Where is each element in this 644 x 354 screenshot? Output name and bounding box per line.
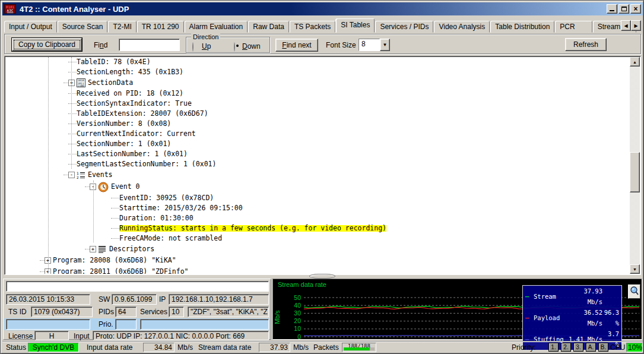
tab-scroll-left-icon[interactable]: ◀ [621,20,631,31]
tree-item[interactable]: SectionLength: 435 (0x1B3) [5,67,630,77]
tree-item[interactable]: +Program: 28008 (0x6D68) "KiKA" [5,255,630,266]
minimize-button[interactable] [607,4,617,14]
packets-progress-bar [344,347,370,350]
direction-groupbox: Direction Up Down [186,37,270,53]
splitter-grip[interactable] [309,274,335,279]
priority-button-A[interactable]: A. [586,343,596,352]
priority-button-B[interactable]: B. [598,343,608,352]
packets-label: Packets [313,343,339,352]
tree-body: TableID: 78 (0x4E)SectionLength: 435 (0x… [5,57,630,274]
tree-connector [111,218,119,219]
priority-button-3[interactable]: 3. [573,343,583,352]
tree-item[interactable]: TableIDExtension: 28007 (0x6D67) [5,109,630,119]
note-input[interactable] [6,281,269,292]
priority-field-3 [140,319,269,330]
maximize-button[interactable] [618,4,629,14]
tree-item[interactable]: -Event 0 [5,181,630,193]
tree-item[interactable]: CurrentNextIndicator: Current [5,129,630,139]
tab-video-analysis[interactable]: Video Analysis [434,21,490,33]
status-label: Status [6,343,26,352]
clock-icon [98,182,109,192]
tree-item[interactable]: SectionSyntaxIndicator: True [5,99,630,109]
svg-text:1: 1 [77,171,79,175]
input-rate-unit: Mb/s [177,343,193,352]
tree-item[interactable]: Duration: 01:30:00 [5,213,630,223]
tree-item[interactable]: +Descriptors [5,244,630,255]
stream-data-rate-chart: 01020304050Stream data rateMb/s —Stream3… [272,279,642,340]
legend-swatch: — [525,291,534,302]
tree-item-label: FreeCAMode: not scrambled [119,235,222,242]
tree-connector [40,260,45,261]
tree-item[interactable]: RunningStatus: starts in a few seconds (… [5,223,630,233]
tree-connector [68,164,77,165]
tab-scroll-right-icon[interactable]: ▶ [631,20,641,31]
pids-label: PIDs [99,308,114,316]
tree-item[interactable]: Starttime: 2015/03/26 09:15:00 [5,203,630,213]
legend-swatch: — [525,312,534,323]
tab-raw-data[interactable]: Raw Data [248,21,289,33]
svg-text:20: 20 [294,317,301,324]
font-size-label: Font Size [326,41,356,49]
find-input[interactable] [119,39,180,51]
direction-down-radio[interactable] [234,42,235,52]
tree-connector [68,124,77,124]
expand-icon[interactable]: + [90,246,96,252]
tree-item[interactable]: +101010111100SectionData [5,77,630,88]
tab-si-tables[interactable]: SI Tables [336,18,375,33]
input-data-rate-label: Input data rate [87,343,132,352]
tab-scroll-buttons: ◀ ▶ [621,20,641,352]
tree-item[interactable]: TableID: 78 (0x4E) [5,57,630,67]
tree-item-label: Duration: 01:30:00 [119,215,193,222]
priority-button-2[interactable]: 2. [561,343,571,352]
packets-progress-track [344,347,375,350]
tab-tr-101-290[interactable]: TR 101 290 [137,21,184,33]
tree-item-label: VersionNumber: 8 (0x08) [77,121,171,128]
tab-pcr[interactable]: PCR [555,21,592,33]
refresh-button[interactable]: Refresh [565,38,607,51]
tree-item[interactable]: LastSectionNumber: 1 (0x01) [5,149,630,159]
binary-data-icon: 101010111100 [77,78,85,87]
tree-connector [111,228,119,229]
input-data-rate-value: 34.84 [143,343,175,352]
tab-table-distribution[interactable]: Table Distribution [490,21,554,33]
font-size-value: 8 [359,39,380,51]
tree-item[interactable]: EventID: 30925 (0x78CD) [5,193,630,203]
tree-item-label: Received on PID: 18 (0x12) [77,90,183,97]
window-title: 4T2 :: Content Analyser - UDP [20,5,129,14]
tree-connector [111,208,119,208]
prio-label: Prio. [99,320,113,328]
find-next-button[interactable]: Find next [275,39,318,52]
tree-item[interactable]: FreeCAMode: not scrambled [5,233,630,244]
tab-source-scan[interactable]: Source Scan [58,21,108,33]
tree-item[interactable]: Received on PID: 18 (0x12) [5,88,630,99]
svg-text:Stream data rate: Stream data rate [278,281,326,288]
direction-up-label[interactable]: Up [202,42,211,50]
copy-to-clipboard-button[interactable]: Copy to Clipboard [12,38,82,51]
tree-item[interactable]: SectionNumber: 1 (0x01) [5,139,630,149]
datetime-field: 26.03.2015 10:15:33 [6,294,90,305]
tree-connector [68,154,77,154]
tree-item[interactable]: +Program: 28011 (0x6D6B) "ZDFinfo" [5,266,630,274]
legend-row-payload: —Payload36.52 Mb/s96.3 % [523,307,621,328]
tree-item[interactable]: SegmentLastSectionNumber: 1 (0x01) [5,159,630,169]
tab-t2-mi[interactable]: T2-MI [108,21,136,33]
tree-item[interactable]: -12Events [5,169,630,181]
tree-connector [111,198,119,198]
stream-data-rate-value: 37.93 [259,343,290,352]
collapse-icon[interactable]: - [68,172,75,178]
status-bar: Status Synch'd DVB Input data rate 34.84… [2,341,643,353]
close-button[interactable]: × [630,4,641,14]
tree-item[interactable]: VersionNumber: 8 (0x08) [5,119,630,129]
svg-text:10: 10 [294,325,301,332]
direction-up-radio[interactable] [192,42,193,52]
font-size-combo[interactable]: 8 ▼ [359,39,390,51]
priority-button-1[interactable]: 1. [548,343,559,352]
tab-input-output[interactable]: Input / Output [4,21,57,33]
direction-down-label[interactable]: Down [242,42,261,50]
tab-services-pids[interactable]: Services / PIDs [375,21,433,33]
combo-dropdown-icon[interactable]: ▼ [380,39,390,51]
tree-connector [64,83,68,83]
app-window: 0101A3C 4T2 :: Content Analyser - UDP × … [0,0,644,354]
tab-ts-packets[interactable]: TS Packets [290,21,335,33]
tab-alarm-evaluation[interactable]: Alarm Evaluation [185,21,248,33]
